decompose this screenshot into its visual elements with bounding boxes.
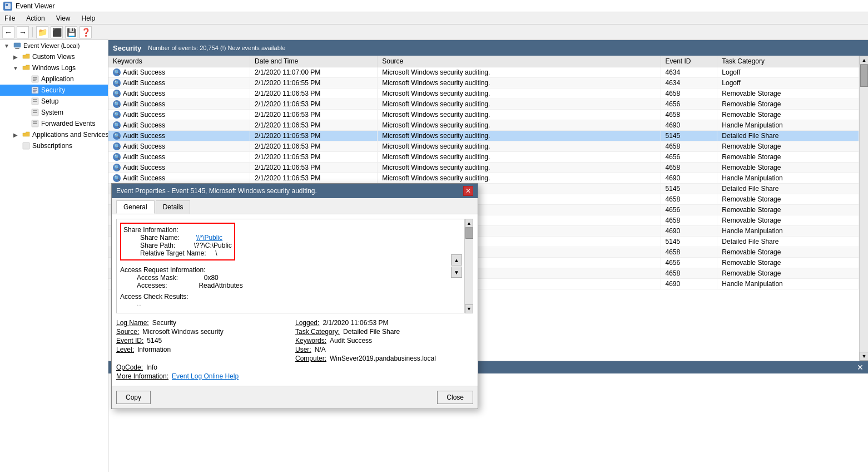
toolbar-forward[interactable]: →: [17, 26, 29, 38]
table-row[interactable]: 🔍Audit Success2/1/2020 11:06:53 PMMicros…: [108, 152, 859, 163]
task-cell: Logoff: [717, 78, 859, 88]
datetime-cell: 2/1/2020 11:06:55 PM: [250, 78, 378, 88]
text-scroll-track[interactable]: [465, 228, 473, 304]
sidebar-item-application[interactable]: ▶ Application: [0, 73, 108, 85]
task-category-value: Detailed File Share: [343, 328, 400, 336]
opcode-row: OpCode: Info: [116, 363, 294, 371]
sidebar-item-forwarded-events[interactable]: ▶ Forwarded Events: [0, 118, 108, 129]
access-req-label: Access Request Information:: [120, 266, 462, 274]
accesses-label: Accesses:: [137, 282, 167, 289]
copy-button[interactable]: Copy: [116, 391, 151, 404]
task-cell: Detailed File Share: [717, 237, 859, 247]
table-row[interactable]: 🔍Audit Success2/1/2020 11:06:53 PMMicros…: [108, 131, 859, 141]
share-name-label: Share Name:: [140, 234, 180, 242]
datetime-cell: 2/1/2020 11:06:53 PM: [250, 99, 378, 110]
menu-view[interactable]: View: [54, 13, 73, 23]
sidebar-item-security[interactable]: ▶ Security: [0, 85, 108, 96]
eventid-cell: 4658: [661, 141, 717, 152]
source-cell: Microsoft Windows security auditing.: [378, 152, 661, 163]
task-cell: Handle Manipulation: [717, 173, 859, 184]
table-row[interactable]: 🔍Audit Success2/1/2020 11:06:53 PMMicros…: [108, 141, 859, 152]
forwarded-events-label: Forwarded Events: [41, 120, 95, 127]
sidebar-item-system[interactable]: ▶ System: [0, 107, 108, 118]
sidebar-item-windows-logs[interactable]: ▼ Windows Logs: [0, 62, 108, 73]
toolbar-save2[interactable]: 💾: [65, 26, 77, 38]
dialog-close-button[interactable]: ✕: [463, 186, 473, 196]
scroll-track[interactable]: [860, 65, 868, 352]
toolbar-back[interactable]: ←: [2, 26, 14, 38]
audit-icon: 🔍: [113, 111, 121, 119]
source-cell: Microsoft Windows security auditing.: [378, 173, 661, 184]
col-source[interactable]: Source: [378, 56, 661, 67]
event-id-value: 5145: [147, 337, 162, 345]
level-value: Information: [137, 346, 171, 353]
sidebar-item-apps-services[interactable]: ▶ Applications and Services Lo...: [0, 129, 108, 140]
more-info-link[interactable]: Event Log Online Help: [172, 372, 239, 380]
sidebar-item-setup[interactable]: ▶ Setup: [0, 96, 108, 107]
toolbar-save[interactable]: ⬛: [51, 26, 63, 38]
table-row[interactable]: 🔍Audit Success2/1/2020 11:06:53 PMMicros…: [108, 99, 859, 110]
event-text-area[interactable]: Share Information: Share Name: \\*\Publi…: [116, 219, 473, 313]
eventid-cell: 4658: [661, 194, 717, 205]
sidebar-item-root[interactable]: ▼ Event Viewer (Local): [0, 40, 108, 51]
col-datetime[interactable]: Date and Time: [250, 56, 378, 67]
col-eventid[interactable]: Event ID: [661, 56, 717, 67]
bottom-panel-close[interactable]: ✕: [857, 363, 864, 372]
svg-rect-3: [16, 48, 19, 48]
toolbar-help[interactable]: ❓: [80, 26, 92, 38]
share-info-section: Share Information: Share Name: \\*\Publi…: [120, 223, 462, 263]
access-check-section: Access Check Results: ...: [120, 293, 462, 307]
nav-down-button[interactable]: ▼: [451, 267, 462, 278]
menu-file[interactable]: File: [2, 13, 17, 23]
task-cell: Removable Storage: [717, 99, 859, 110]
sidebar-item-custom-views[interactable]: ▶ Custom Views: [0, 51, 108, 62]
text-scroll-up[interactable]: ▲: [465, 219, 473, 228]
table-row[interactable]: 🔍Audit Success2/1/2020 11:06:53 PMMicros…: [108, 110, 859, 120]
tab-details[interactable]: Details: [156, 200, 191, 214]
text-scroll-thumb[interactable]: [465, 228, 473, 239]
table-row[interactable]: 🔍Audit Success2/1/2020 11:06:53 PMMicros…: [108, 88, 859, 99]
text-scroll-down[interactable]: ▼: [465, 304, 473, 313]
rel-target-value: \: [215, 249, 217, 257]
dialog-title: Event Properties - Event 5145, Microsoft…: [116, 187, 317, 195]
eventid-cell: 4656: [661, 99, 717, 110]
scroll-down[interactable]: ▼: [860, 352, 868, 361]
datetime-cell: 2/1/2020 11:06:53 PM: [250, 152, 378, 163]
source-cell: Microsoft Windows security auditing.: [378, 131, 661, 141]
toolbar-open[interactable]: 📁: [36, 26, 48, 38]
log-icon: [31, 75, 39, 83]
task-cell: Removable Storage: [717, 258, 859, 268]
menu-action[interactable]: Action: [24, 13, 47, 23]
datetime-cell: 2/1/2020 11:06:53 PM: [250, 110, 378, 120]
col-keywords[interactable]: Keywords: [108, 56, 250, 67]
close-button[interactable]: Close: [437, 391, 473, 404]
table-row[interactable]: 🔍Audit Success2/1/2020 11:07:00 PMMicros…: [108, 67, 859, 78]
svg-rect-1: [6, 4, 8, 6]
table-row[interactable]: 🔍Audit Success2/1/2020 11:06:53 PMMicros…: [108, 120, 859, 131]
share-name-value[interactable]: \\*\Public: [196, 234, 222, 242]
app-title: Event Viewer: [16, 2, 54, 10]
access-check-label: Access Check Results:: [120, 293, 462, 301]
table-row[interactable]: 🔍Audit Success2/1/2020 11:06:53 PMMicros…: [108, 173, 859, 184]
share-path-label: Share Path:: [140, 242, 175, 249]
security-label: Security: [41, 86, 65, 94]
eventid-cell: 5145: [661, 131, 717, 141]
table-row[interactable]: 🔍Audit Success2/1/2020 11:06:53 PMMicros…: [108, 163, 859, 173]
menu-help[interactable]: Help: [80, 13, 98, 23]
table-row[interactable]: 🔍Audit Success2/1/2020 11:06:55 PMMicros…: [108, 78, 859, 88]
sidebar-item-subscriptions[interactable]: ▶ Subscriptions: [0, 140, 108, 151]
task-cell: Removable Storage: [717, 152, 859, 163]
scroll-thumb[interactable]: [860, 65, 868, 87]
logged-label: Logged:: [295, 319, 319, 327]
col-taskcategory[interactable]: Task Category: [717, 56, 859, 67]
user-label: User:: [295, 346, 311, 353]
computer-icon: [13, 41, 22, 50]
datetime-cell: 2/1/2020 11:06:53 PM: [250, 131, 378, 141]
nav-up-button[interactable]: ▲: [451, 254, 462, 266]
eventid-cell: 4690: [661, 226, 717, 237]
tab-general[interactable]: General: [116, 200, 155, 214]
scroll-up[interactable]: ▲: [860, 56, 868, 65]
content-title: Security: [113, 44, 141, 52]
computer-value: WinSever2019.pandabusiness.local: [330, 355, 436, 362]
accesses-value: ReadAttributes: [199, 282, 242, 289]
